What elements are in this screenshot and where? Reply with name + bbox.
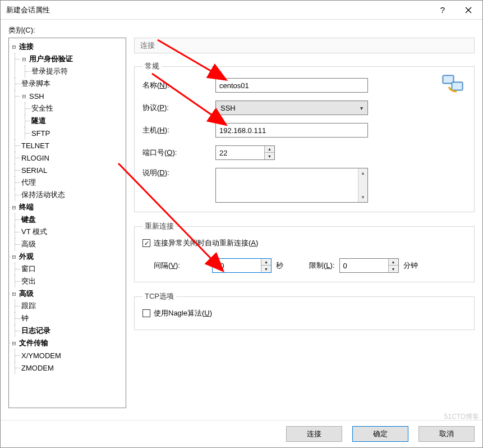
tree-vt-mode[interactable]: VT 模式	[20, 226, 125, 238]
reconnect-legend: 重新连接	[142, 221, 176, 231]
spin-down-icon[interactable]: ▼	[265, 153, 274, 159]
tree-advanced[interactable]: ⊟ 高级	[10, 287, 125, 300]
general-legend: 常规	[142, 61, 162, 71]
tree-window[interactable]: 窗口	[20, 263, 125, 275]
name-label: 名称(N):	[142, 80, 215, 90]
collapse-icon[interactable]: ⊟	[10, 253, 18, 260]
nagle-checkbox[interactable]	[142, 309, 150, 317]
protocol-value: SSH	[220, 104, 236, 112]
collapse-icon[interactable]: ⊟	[20, 56, 28, 63]
close-icon	[465, 7, 472, 13]
interval-spinner[interactable]: ▲ ▼	[212, 258, 272, 273]
port-spinner[interactable]: ▲ ▼	[215, 145, 275, 160]
spin-up-icon[interactable]: ▲	[265, 146, 274, 153]
protocol-label: 协议(P):	[142, 103, 215, 113]
collapse-icon[interactable]: ⊟	[10, 290, 18, 298]
dialog-title: 新建会话属性	[6, 5, 430, 15]
protocol-select[interactable]: SSH ▾	[215, 100, 368, 115]
reconnect-group: 重新连接 ✓ 连接异常关闭时自动重新连接(A) 间隔(V): ▲ ▼	[134, 221, 475, 282]
interval-label: 间隔(V):	[154, 260, 208, 271]
ok-button[interactable]: 确定	[352, 426, 408, 442]
tree-ssh-security[interactable]: 安全性	[30, 102, 125, 115]
tree-filetransfer[interactable]: ⊟ 文件传输	[10, 337, 125, 349]
tree-appearance[interactable]: ⊟ 外观	[10, 250, 125, 263]
desc-textarea[interactable]: ▲ ▼	[215, 168, 368, 203]
auto-reconnect-checkbox[interactable]: ✓	[142, 239, 150, 247]
tree-keyboard[interactable]: 键盘	[20, 213, 125, 226]
collapse-icon[interactable]: ⊟	[20, 93, 28, 100]
tree-highlight[interactable]: 突出	[20, 275, 125, 287]
scrollbar[interactable]: ▲ ▼	[358, 168, 367, 202]
port-input[interactable]	[216, 146, 264, 159]
tree-terminal[interactable]: ⊟ 终端	[10, 201, 125, 213]
tree-ssh-tunnel[interactable]: 隧道	[30, 115, 125, 127]
svg-rect-5	[453, 83, 462, 89]
general-group: 常规 名称(N): 协议(P): SSH ▾ 主机(H):	[134, 61, 475, 212]
tree-trace[interactable]: 跟踪	[20, 300, 125, 312]
dialog-footer: 连接 确定 取消	[1, 420, 482, 447]
tree-xymodem[interactable]: X/YMODEM	[20, 349, 125, 362]
titlebar: 新建会话属性 ?	[1, 1, 482, 20]
port-label: 端口号(O):	[142, 148, 215, 158]
name-input[interactable]	[215, 78, 368, 93]
nagle-label: 使用Nagle算法(U)	[154, 308, 212, 318]
tab-connection[interactable]: 连接	[134, 38, 475, 53]
spin-down-icon[interactable]: ▼	[389, 266, 398, 272]
tcp-legend: TCP选项	[142, 291, 176, 301]
tree-rlogin[interactable]: RLOGIN	[20, 152, 125, 164]
spin-down-icon[interactable]: ▼	[261, 266, 271, 272]
chevron-down-icon: ▾	[360, 105, 363, 111]
tree-connection[interactable]: ⊟ 连接	[10, 40, 125, 53]
limit-unit: 分钟	[403, 260, 418, 271]
tcp-group: TCP选项 使用Nagle算法(U)	[134, 291, 475, 330]
tree-login-prompt[interactable]: 登录提示符	[30, 65, 125, 77]
connection-icon	[442, 75, 464, 97]
desc-label: 说明(D):	[142, 168, 215, 178]
tree-zmodem[interactable]: ZMODEM	[20, 362, 125, 374]
tree-ssh-sftp[interactable]: SFTP	[30, 127, 125, 139]
collapse-icon[interactable]: ⊟	[10, 204, 18, 211]
limit-label: 限制(L):	[309, 260, 335, 271]
interval-unit: 秒	[276, 260, 283, 271]
tree-telnet[interactable]: TELNET	[20, 139, 125, 152]
collapse-icon[interactable]: ⊟	[10, 340, 18, 347]
limit-spinner[interactable]: ▲ ▼	[339, 258, 399, 273]
cancel-button[interactable]: 取消	[418, 426, 475, 442]
host-label: 主机(H):	[142, 125, 215, 135]
category-label: 类别(C):	[8, 25, 475, 35]
spin-up-icon[interactable]: ▲	[389, 259, 398, 266]
close-button[interactable]	[456, 1, 481, 19]
tree-proxy[interactable]: 代理	[20, 176, 125, 189]
tree-keepalive[interactable]: 保持活动状态	[20, 189, 125, 201]
connect-button[interactable]: 连接	[286, 426, 342, 442]
tree-login-script[interactable]: 登录脚本	[20, 77, 125, 90]
help-button[interactable]: ?	[430, 1, 456, 19]
collapse-icon[interactable]: ⊟	[10, 43, 18, 51]
tree-bell[interactable]: 钟	[20, 312, 125, 324]
tree-logging[interactable]: 日志记录	[20, 324, 125, 337]
tab-label: 连接	[140, 40, 155, 51]
limit-input[interactable]	[340, 259, 388, 272]
category-tree[interactable]: ⊟ 连接 ⊟ 用户身份验证 登录提示符	[8, 38, 126, 408]
interval-input[interactable]	[213, 259, 261, 272]
host-input[interactable]	[215, 123, 368, 138]
tree-user-auth[interactable]: ⊟ 用户身份验证	[20, 53, 125, 65]
watermark: 51CTO博客	[444, 412, 479, 422]
svg-rect-3	[444, 76, 453, 83]
tree-terminal-advanced[interactable]: 高级	[20, 238, 125, 250]
tree-ssh[interactable]: ⊟ SSH	[20, 90, 125, 102]
auto-reconnect-label: 连接异常关闭时自动重新连接(A)	[154, 238, 258, 248]
scroll-down-icon[interactable]: ▼	[358, 193, 367, 202]
spin-up-icon[interactable]: ▲	[261, 259, 271, 266]
scroll-up-icon[interactable]: ▲	[358, 168, 367, 178]
tree-serial[interactable]: SERIAL	[20, 164, 125, 176]
